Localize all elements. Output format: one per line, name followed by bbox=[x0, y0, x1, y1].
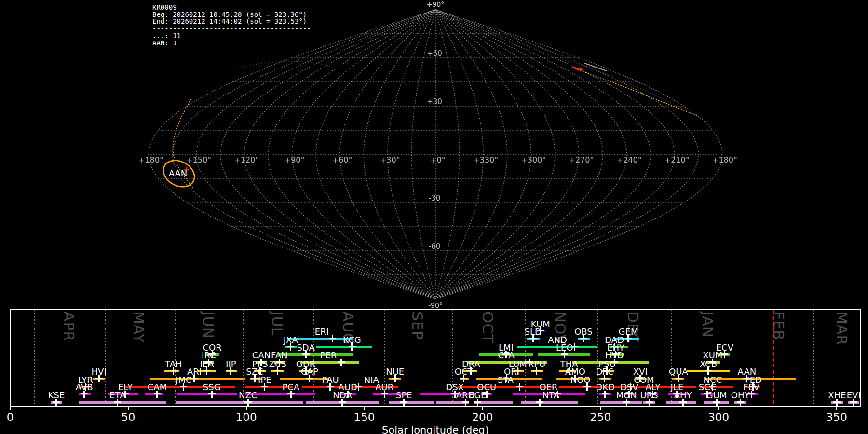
month-label-may: MAY bbox=[130, 312, 147, 343]
map-latitude-label: +60 bbox=[427, 49, 442, 58]
shower-bar-nzc bbox=[176, 401, 303, 404]
map-aux-curve bbox=[563, 60, 708, 122]
map-longitude-label: +150° bbox=[186, 155, 211, 164]
month-separator-apr bbox=[34, 310, 35, 406]
x-axis-tick bbox=[718, 407, 719, 410]
shower-label-cam: CAM bbox=[148, 383, 167, 392]
shower-bar-sda bbox=[278, 353, 353, 356]
map-longitude-label: +180° bbox=[712, 155, 737, 164]
map-pole-label: -90° bbox=[428, 301, 443, 309]
month-label-jan: JAN bbox=[699, 312, 716, 338]
shower-bar-ssg bbox=[177, 393, 237, 395]
shower-label-ege: EGE bbox=[469, 391, 487, 400]
month-separator-aug bbox=[313, 310, 314, 406]
shower-label-tah: TAH bbox=[165, 360, 182, 368]
shower-label-sda: SDA bbox=[297, 343, 314, 352]
month-separator-nov bbox=[525, 310, 526, 406]
map-longitude-label: +180° bbox=[138, 155, 163, 164]
shower-label-leo: LEO bbox=[556, 343, 573, 352]
shower-label-noo: NOO bbox=[570, 376, 591, 384]
x-axis-tick bbox=[246, 407, 247, 410]
shower-label-iip: IIP bbox=[226, 360, 236, 368]
map-latitude-label: -30 bbox=[429, 194, 441, 203]
shower-label-urs: URS bbox=[640, 391, 658, 400]
shower-label-sld: SLD bbox=[525, 327, 542, 336]
map-longitude-label: +330° bbox=[473, 155, 498, 164]
shower-bar-nta bbox=[521, 401, 578, 404]
shower-peak-marker-eri bbox=[329, 335, 336, 342]
shower-label-xhe: XHE bbox=[828, 391, 846, 400]
map-latitude-label: +30 bbox=[427, 97, 442, 106]
month-label-feb: FEB bbox=[770, 312, 787, 340]
x-axis-tick-label: 300 bbox=[708, 411, 729, 423]
map-longitude-label: +0° bbox=[430, 155, 446, 164]
x-axis-tick bbox=[128, 407, 129, 410]
radiant-sky-map: +90°-90°+60+30-30-60+180°+150°+120°+90°+… bbox=[0, 0, 868, 311]
map-longitude-label: +210° bbox=[665, 155, 690, 164]
shower-peak-marker-sta bbox=[516, 383, 523, 391]
x-axis-tick-label: 0 bbox=[7, 411, 14, 423]
shower-label-spe: SPE bbox=[396, 391, 412, 400]
shower-label-gum: GUM bbox=[706, 391, 727, 400]
month-label-jul: JUL bbox=[269, 312, 285, 336]
shower-label-avb: AVB bbox=[76, 383, 93, 392]
shower-label-pau: PAU bbox=[322, 376, 339, 384]
map-longitude-label: +120° bbox=[234, 155, 259, 164]
shower-label-kcg: KCG bbox=[343, 336, 361, 344]
map-meridian-line bbox=[435, 10, 603, 299]
month-label-sep: SEP bbox=[409, 312, 426, 340]
shower-label-eta: ETA bbox=[109, 391, 125, 400]
map-longitude-label: +90° bbox=[285, 155, 305, 164]
shower-label-ssg: SSG bbox=[203, 383, 221, 392]
shower-label-ohy: OHY bbox=[731, 391, 750, 400]
shower-label-xcb: XCB bbox=[700, 360, 717, 368]
shower-bar-spe bbox=[389, 401, 434, 404]
month-separator-mar bbox=[813, 310, 814, 406]
month-label-mar: MAR bbox=[833, 312, 850, 345]
x-axis-tick-label: 50 bbox=[121, 411, 135, 423]
shower-label-sta: STA bbox=[498, 376, 514, 384]
map-meridian-line bbox=[435, 10, 651, 299]
shower-label-per: PER bbox=[320, 351, 337, 360]
shower-label-nda: NDA bbox=[333, 391, 352, 400]
shower-label-dkd: DKD bbox=[596, 383, 615, 392]
month-separator-jun bbox=[175, 310, 176, 406]
shower-bar-mon bbox=[600, 401, 642, 404]
shower-label-pca: PCA bbox=[282, 383, 299, 392]
map-longitude-label: +300° bbox=[521, 155, 546, 164]
shower-label-cap: CAP bbox=[301, 367, 318, 376]
map-longitude-label: +30° bbox=[380, 155, 400, 164]
shower-label-kse: KSE bbox=[48, 391, 65, 400]
shower-label-evi: EVI bbox=[847, 391, 861, 400]
x-axis-tick-label: 150 bbox=[354, 411, 375, 423]
shower-label-mon: MON bbox=[616, 391, 637, 400]
meteor-observation-screen: KR0009 Beg: 20260212 10:45:28 (sol = 323… bbox=[0, 0, 868, 434]
month-separator-may bbox=[105, 310, 106, 406]
month-label-oct: OCT bbox=[479, 312, 496, 343]
shower-label-eri: ERI bbox=[315, 327, 329, 336]
x-axis-tick bbox=[600, 407, 601, 410]
x-axis-tick bbox=[836, 407, 837, 410]
shower-bar-kcg bbox=[316, 346, 372, 348]
shower-label-rpu: RPU bbox=[528, 360, 546, 368]
shower-label-nue: NUE bbox=[386, 367, 404, 376]
shower-label-nzc: NZC bbox=[239, 391, 257, 400]
shower-label-obs: OBS bbox=[574, 327, 593, 336]
shower-bar-eta bbox=[79, 401, 166, 404]
x-axis-title: Solar longitude (deg) bbox=[382, 424, 489, 434]
shower-label-jmc: JMC bbox=[176, 376, 191, 384]
source-label: AAN bbox=[169, 168, 188, 178]
x-axis-tick-label: 100 bbox=[236, 411, 257, 423]
month-label-apr: APR bbox=[60, 312, 77, 341]
shower-peak-marker-per bbox=[338, 359, 345, 366]
x-axis-tick bbox=[10, 407, 11, 410]
map-longitude-label: +240° bbox=[617, 155, 642, 164]
shower-label-aur: AUR bbox=[375, 383, 393, 392]
x-axis-tick-label: 350 bbox=[826, 411, 847, 423]
map-aux-curve bbox=[237, 61, 332, 68]
shower-label-ipe: IPE bbox=[258, 376, 271, 384]
map-latitude-label: -60 bbox=[429, 242, 441, 251]
map-pole-label: +90° bbox=[427, 0, 445, 8]
shower-label-dpc: DPC bbox=[596, 367, 613, 376]
shower-label-oct: OCT bbox=[455, 367, 473, 376]
